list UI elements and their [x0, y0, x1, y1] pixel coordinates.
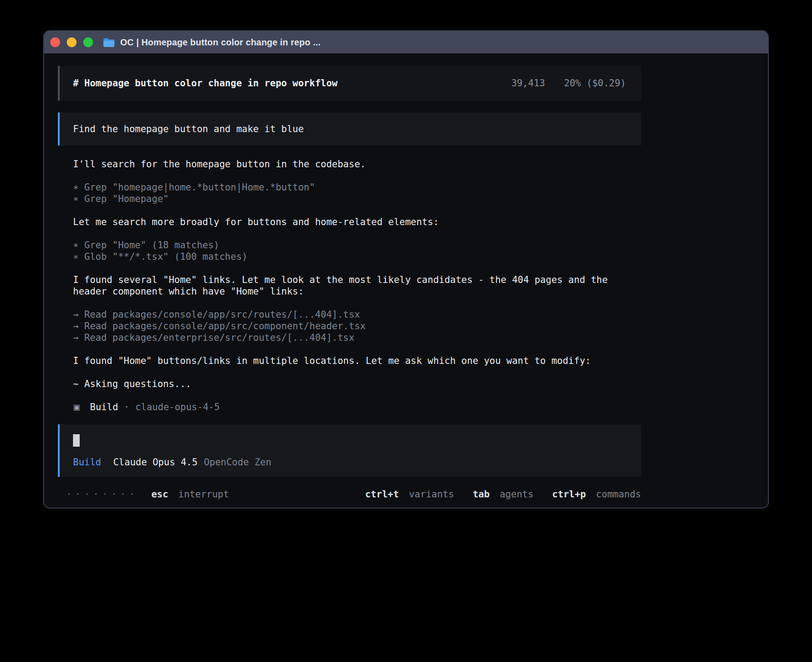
status-asking-questions: ~ Asking questions...: [73, 378, 625, 390]
status-bar-left: ········ esc interrupt: [66, 488, 229, 500]
prompt-input[interactable]: Build Claude Opus 4.5 OpenCode Zen: [58, 424, 641, 477]
hint-label-commands: commands: [596, 489, 641, 500]
terminal-window: OC | Homepage button color change in rep…: [44, 31, 768, 508]
hint-variants: ctrl+t variants: [365, 488, 454, 500]
titlebar[interactable]: OC | Homepage button color change in rep…: [44, 31, 768, 53]
hint-interrupt: esc interrupt: [151, 488, 229, 500]
status-bar: ········ esc interrupt ctrl+t variants t…: [58, 488, 641, 500]
session-meta: 39,413 20% ($0.29): [511, 77, 626, 89]
agent-mode-label[interactable]: Build: [73, 456, 101, 468]
agent-model: claude-opus-4-5: [135, 401, 220, 413]
hint-label-agents: agents: [499, 489, 533, 500]
close-button[interactable]: [50, 37, 60, 47]
hint-key-tab: tab: [473, 489, 490, 500]
assistant-text: I found several "Home" links. Let me loo…: [73, 274, 625, 297]
spinner-dots: ········: [66, 488, 138, 500]
window-title: OC | Homepage button color change in rep…: [120, 37, 321, 48]
folder-icon: [103, 37, 115, 47]
input-meta: Build Claude Opus 4.5 OpenCode Zen: [73, 456, 628, 468]
hint-key-ctrl-p: ctrl+p: [552, 489, 586, 500]
assistant-text: Let me search more broadly for buttons a…: [73, 216, 625, 228]
user-message-text: Find the homepage button and make it blu…: [73, 124, 304, 134]
hint-commands: ctrl+p commands: [552, 488, 641, 500]
agent-separator: ·: [124, 401, 130, 413]
zoom-button[interactable]: [83, 37, 93, 47]
tool-call-grep: ∗ Grep "Home" (18 matches): [73, 239, 625, 251]
token-count: 39,413: [511, 78, 545, 89]
session-title: # Homepage button color change in repo w…: [73, 77, 337, 89]
tool-call-read: → Read packages/console/app/src/componen…: [73, 320, 625, 332]
hint-key-ctrl-t: ctrl+t: [365, 489, 399, 500]
context-usage: 20% ($0.29): [564, 78, 626, 89]
tool-call-read: → Read packages/enterprise/src/routes/[.…: [73, 332, 625, 343]
user-message: Find the homepage button and make it blu…: [58, 113, 641, 145]
traffic-lights: [50, 37, 93, 47]
hint-agents: tab agents: [473, 488, 533, 500]
tool-call-grep: ∗ Grep "Homepage": [73, 193, 625, 205]
agent-square-icon: ▣: [73, 401, 80, 413]
hint-key-esc: esc: [151, 489, 168, 500]
model-name[interactable]: Claude Opus 4.5: [113, 456, 198, 468]
agent-name: Build: [90, 401, 118, 413]
agent-status-line: ▣ Build · claude-opus-4-5: [73, 401, 768, 413]
provider-name: OpenCode Zen: [204, 456, 272, 468]
hint-label-variants: variants: [409, 489, 454, 500]
hint-label-interrupt: interrupt: [179, 489, 229, 500]
session-header: # Homepage button color change in repo w…: [58, 66, 641, 101]
tool-call-glob: ∗ Glob "**/*.tsx" (100 matches): [73, 251, 625, 262]
conversation: I'll search for the homepage button in t…: [73, 158, 625, 390]
assistant-text: I'll search for the homepage button in t…: [73, 158, 625, 170]
tool-call-grep: ∗ Grep "homepage|home.*button|Home.*butt…: [73, 182, 625, 193]
minimize-button[interactable]: [67, 37, 77, 47]
text-cursor: [73, 434, 80, 447]
assistant-text: I found "Home" buttons/links in multiple…: [73, 355, 625, 367]
tool-call-read: → Read packages/console/app/src/routes/[…: [73, 309, 625, 320]
status-bar-right: ctrl+t variants tab agents ctrl+p comman…: [365, 488, 641, 500]
terminal-content[interactable]: # Homepage button color change in repo w…: [44, 53, 768, 508]
